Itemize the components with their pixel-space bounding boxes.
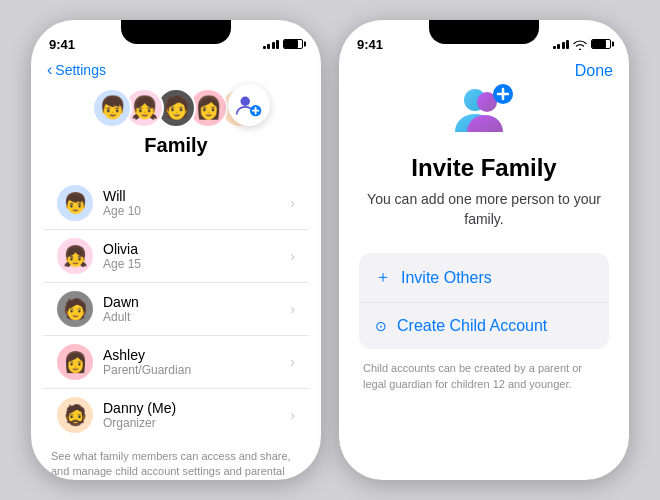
notch: [121, 20, 231, 44]
member-info-danny: Danny (Me) Organizer: [103, 400, 290, 430]
avatar-will: 👦: [92, 88, 132, 128]
invite-options: ＋ Invite Others ⊙ Create Child Account: [359, 253, 609, 349]
invite-others-option[interactable]: ＋ Invite Others: [359, 253, 609, 303]
member-item-dawn[interactable]: 🧑 Dawn Adult ›: [43, 283, 309, 336]
member-info-will: Will Age 10: [103, 188, 290, 218]
invite-title: Invite Family: [411, 154, 556, 182]
member-role-dawn: Adult: [103, 310, 290, 324]
family-note: See what family members can access and s…: [31, 441, 321, 480]
child-account-icon: ⊙: [375, 318, 387, 334]
member-role-will: Age 10: [103, 204, 290, 218]
right-phone: 9:41 Done: [339, 20, 629, 480]
member-info-olivia: Olivia Age 15: [103, 241, 290, 271]
wifi-icon: [573, 39, 587, 50]
done-button[interactable]: Done: [575, 62, 613, 80]
chevron-right-icon: ›: [290, 195, 295, 211]
member-name-olivia: Olivia: [103, 241, 290, 257]
member-name-ashley: Ashley: [103, 347, 290, 363]
member-role-ashley: Parent/Guardian: [103, 363, 290, 377]
signal-icon: [263, 39, 280, 49]
avatar-dawn-small: 🧑: [57, 291, 93, 327]
status-icons-left: [263, 39, 304, 49]
member-item-ashley[interactable]: 👩 Ashley Parent/Guardian ›: [43, 336, 309, 389]
notch-right: [429, 20, 539, 44]
chevron-left-icon: ‹: [47, 62, 52, 78]
battery-icon-right: [591, 39, 611, 49]
member-info-ashley: Ashley Parent/Guardian: [103, 347, 290, 377]
status-icons-right: [553, 39, 612, 50]
back-label: Settings: [55, 62, 106, 78]
member-role-danny: Organizer: [103, 416, 290, 430]
member-name-will: Will: [103, 188, 290, 204]
family-title: Family: [144, 134, 207, 157]
invite-subtitle: You can add one more person to your fami…: [359, 190, 609, 229]
chevron-right-icon-3: ›: [290, 301, 295, 317]
member-item-danny[interactable]: 🧔 Danny (Me) Organizer ›: [43, 389, 309, 441]
invite-content: Invite Family You can add one more perso…: [339, 80, 629, 392]
child-account-note: Child accounts can be created by a paren…: [359, 361, 609, 392]
member-item-will[interactable]: 👦 Will Age 10 ›: [43, 177, 309, 230]
add-family-button[interactable]: [228, 84, 270, 126]
member-role-olivia: Age 15: [103, 257, 290, 271]
svg-point-1: [241, 97, 250, 106]
nav-bar: ‹ Settings: [31, 60, 321, 84]
left-phone: 9:41 ‹ Settings 👦 👧 🧑 👩: [31, 20, 321, 480]
avatar-danny-small: 🧔: [57, 397, 93, 433]
avatar-will-small: 👦: [57, 185, 93, 221]
battery-icon: [283, 39, 303, 49]
chevron-right-icon-4: ›: [290, 354, 295, 370]
invite-others-label: Invite Others: [401, 269, 492, 287]
chevron-right-icon-5: ›: [290, 407, 295, 423]
member-name-dawn: Dawn: [103, 294, 290, 310]
member-name-danny: Danny (Me): [103, 400, 290, 416]
svg-point-0: [232, 88, 266, 122]
family-header: 👦 👧 🧑 👩 🧔 Family: [31, 84, 321, 177]
create-child-label: Create Child Account: [397, 317, 547, 335]
status-time-left: 9:41: [49, 37, 75, 52]
avatar-olivia-small: 👧: [57, 238, 93, 274]
signal-icon-right: [553, 39, 570, 49]
invite-family-icon: [449, 80, 519, 140]
invite-icon-wrap: [449, 80, 519, 144]
member-item-olivia[interactable]: 👧 Olivia Age 15 ›: [43, 230, 309, 283]
plus-icon: ＋: [375, 267, 391, 288]
status-time-right: 9:41: [357, 37, 383, 52]
create-child-option[interactable]: ⊙ Create Child Account: [359, 303, 609, 349]
member-list: 👦 Will Age 10 › 👧 Olivia Age 15 › 🧑 Dawn…: [43, 177, 309, 441]
back-button[interactable]: ‹ Settings: [47, 62, 106, 78]
member-info-dawn: Dawn Adult: [103, 294, 290, 324]
avatar-ashley-small: 👩: [57, 344, 93, 380]
chevron-right-icon-2: ›: [290, 248, 295, 264]
